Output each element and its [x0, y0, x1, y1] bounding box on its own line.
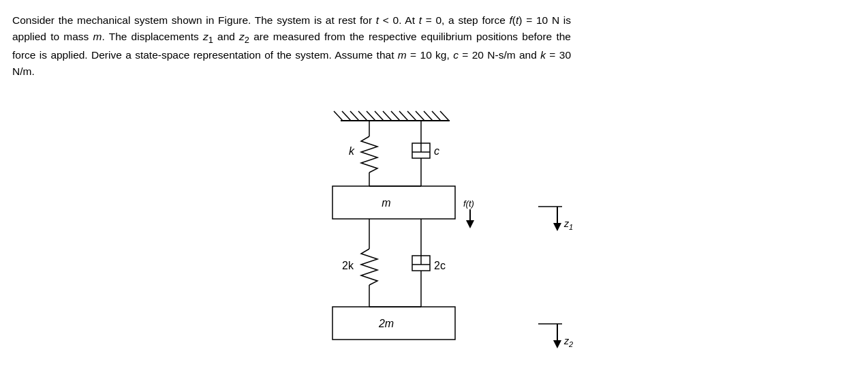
- svg-rect-22: [332, 186, 455, 219]
- svg-line-13: [432, 111, 441, 121]
- svg-marker-24: [466, 220, 474, 228]
- svg-line-12: [424, 111, 433, 121]
- label-z1: z1: [563, 218, 573, 231]
- label-ft: f(t): [463, 198, 474, 209]
- label-2c: 2c: [434, 260, 446, 271]
- label-z2: z2: [563, 335, 573, 348]
- svg-line-14: [440, 111, 449, 121]
- svg-line-8: [391, 111, 400, 121]
- problem-text: Consider the mechanical system shown in …: [12, 12, 571, 80]
- svg-line-7: [383, 111, 392, 121]
- svg-line-10: [407, 111, 416, 121]
- label-2k: 2k: [342, 260, 354, 271]
- svg-line-3: [350, 111, 359, 121]
- label-m: m: [382, 197, 390, 209]
- diagram: k c m f(t) 2k 2c 2m: [184, 106, 695, 365]
- svg-line-2: [342, 111, 351, 121]
- svg-line-1: [334, 111, 343, 121]
- svg-marker-40: [553, 340, 561, 348]
- label-k: k: [349, 145, 355, 157]
- svg-line-5: [367, 111, 375, 121]
- svg-line-6: [375, 111, 384, 121]
- svg-line-4: [358, 111, 367, 121]
- label-2m: 2m: [378, 318, 394, 329]
- svg-line-9: [399, 111, 408, 121]
- label-c: c: [434, 145, 439, 157]
- svg-line-11: [416, 111, 424, 121]
- svg-marker-37: [553, 223, 561, 231]
